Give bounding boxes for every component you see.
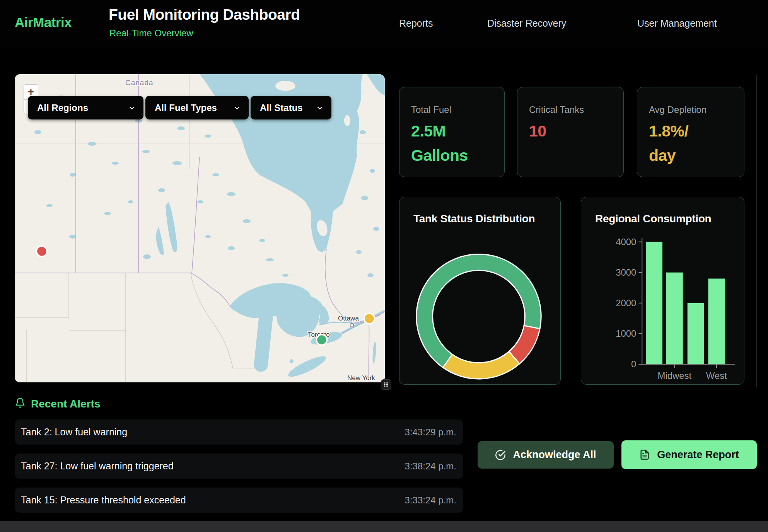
panel-scrollbar[interactable] xyxy=(756,75,757,387)
map-label-ottawa: Ottawa xyxy=(338,315,359,322)
map-canvas: Canada Ottawa Toronto New York xyxy=(15,74,385,382)
bar-region-3 xyxy=(688,303,704,364)
nav-user-management[interactable]: User Management xyxy=(637,18,717,29)
kpi-critical-tanks: Critical Tanks 10 xyxy=(517,87,624,177)
map-marker-warning[interactable] xyxy=(364,314,375,324)
alert-message: Tank 27: Low fuel warning triggered xyxy=(21,460,174,472)
fuel-type-filter-dropdown[interactable]: All Fuel Types xyxy=(145,96,249,119)
y-tick-label: 0 xyxy=(631,359,636,369)
kpi-value: 10 xyxy=(529,119,546,143)
bell-icon xyxy=(15,397,26,408)
alert-message: Tank 15: Pressure threshold exceeded xyxy=(21,494,186,506)
chevron-down-icon xyxy=(233,104,241,112)
alert-row[interactable]: Tank 27: Low fuel warning triggered 3:38… xyxy=(15,454,463,479)
y-tick-label: 4000 xyxy=(616,237,636,247)
ottawa-town-dot xyxy=(350,324,354,327)
check-circle-icon xyxy=(495,450,506,460)
app-header: AirMatrix Fuel Monitoring Dashboard Real… xyxy=(0,0,768,48)
chevron-down-icon xyxy=(128,104,136,112)
donut-chart xyxy=(399,197,560,384)
generate-report-label: Generate Report xyxy=(657,449,739,461)
regional-consumption-card: Regional Consumption 01000200030004000Mi… xyxy=(581,197,744,385)
bar-chart: 01000200030004000MidwestWest xyxy=(581,197,744,384)
kpi-total-fuel: Total Fuel 2.5MGallons xyxy=(399,87,505,177)
status-filter-value: All Status xyxy=(260,102,303,113)
kpi-value: 2.5MGallons xyxy=(411,119,468,168)
y-tick-label: 3000 xyxy=(616,267,636,278)
kpi-value: 1.8%/day xyxy=(649,119,688,168)
file-text-icon xyxy=(639,449,650,460)
x-tick-label: West xyxy=(706,370,727,381)
alert-time: 3:43:29 p.m. xyxy=(405,427,456,438)
map-marker-critical[interactable] xyxy=(37,246,47,257)
bar-region-1 xyxy=(646,242,662,364)
bar-midwest xyxy=(666,273,683,364)
region-filter-dropdown[interactable]: All Regions xyxy=(28,96,143,119)
brand-logo[interactable]: AirMatrix xyxy=(15,15,72,30)
recent-alerts-title: Recent Alerts xyxy=(31,398,100,410)
status-filter-dropdown[interactable]: All Status xyxy=(251,96,331,119)
generate-report-button[interactable]: Generate Report xyxy=(621,440,757,469)
drag-handle-icon[interactable] xyxy=(381,379,391,390)
region-filter-value: All Regions xyxy=(37,102,88,113)
tank-map[interactable]: Canada Ottawa Toronto New York + − All R… xyxy=(15,74,385,382)
kpi-avg-depletion: Avg Depletion 1.8%/day xyxy=(637,87,744,177)
acknowledge-all-button[interactable]: Acknowledge All xyxy=(478,441,614,469)
alert-row[interactable]: Tank 15: Pressure threshold exceeded 3:3… xyxy=(15,488,463,513)
bottom-scrollbar[interactable] xyxy=(0,521,768,532)
map-label-new-york: New York xyxy=(347,374,375,382)
donut-segment-warning xyxy=(443,351,520,379)
fuel-type-filter-value: All Fuel Types xyxy=(155,102,217,113)
kpi-label: Avg Depletion xyxy=(649,104,707,115)
page-title: Fuel Monitoring Dashboard xyxy=(109,6,300,23)
alert-message: Tank 2: Low fuel warning xyxy=(21,426,127,438)
map-label-canada: Canada xyxy=(125,78,154,87)
chevron-down-icon xyxy=(316,104,324,112)
x-tick-label: Midwest xyxy=(658,370,692,381)
alert-time: 3:38:24 p.m. xyxy=(405,461,456,472)
page-subtitle: Real-Time Overview xyxy=(109,28,193,39)
acknowledge-all-label: Acknowledge All xyxy=(513,449,596,461)
y-tick-label: 1000 xyxy=(616,328,636,339)
tank-status-distribution-card: Tank Status Distribution xyxy=(399,197,561,385)
nav-reports[interactable]: Reports xyxy=(399,18,433,29)
kpi-label: Critical Tanks xyxy=(529,104,584,115)
fuel-monitoring-dashboard: { "header": { "brand": "AirMatrix", "tit… xyxy=(0,0,768,532)
bar-west xyxy=(708,279,725,365)
nav-disaster-recovery[interactable]: Disaster Recovery xyxy=(487,18,566,29)
alert-row[interactable]: Tank 2: Low fuel warning 3:43:29 p.m. xyxy=(15,419,463,445)
y-tick-label: 2000 xyxy=(616,298,636,308)
kpi-label: Total Fuel xyxy=(411,104,451,115)
alert-time: 3:33:24 p.m. xyxy=(405,495,456,506)
map-marker-normal[interactable] xyxy=(317,335,327,345)
